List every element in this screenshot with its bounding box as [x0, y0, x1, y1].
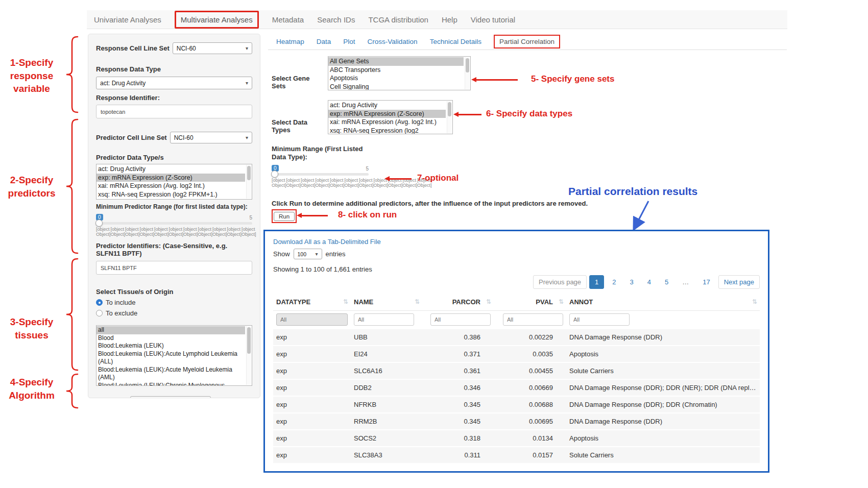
- listbox-option[interactable]: All Gene Sets: [328, 57, 464, 66]
- run-button[interactable]: Run: [274, 212, 295, 221]
- nav-item[interactable]: TCGA distribution: [368, 15, 428, 24]
- listbox-option[interactable]: act: Drug Activity: [328, 101, 446, 110]
- subtab-item[interactable]: Partial Correlation: [494, 35, 560, 48]
- col-header-name[interactable]: NAME⇅: [351, 293, 422, 311]
- pagination-item[interactable]: 17: [697, 275, 715, 289]
- table-row[interactable]: exp SOCS2 0.318 0.0134 Apoptosis: [273, 430, 760, 447]
- slider-tick-label: [object Object]: [198, 227, 213, 237]
- listbox-option[interactable]: xai: mRNA Expression (Avg. log2 Int.): [328, 118, 446, 127]
- slider-handle[interactable]: [95, 219, 103, 227]
- listbox-option[interactable]: xai: mRNA Expression (Avg. log2 Int.): [97, 182, 245, 190]
- table-row[interactable]: exp RRM2B 0.345 0.00695 DNA Damage Respo…: [273, 413, 760, 430]
- pagination-item[interactable]: Previous page: [533, 275, 587, 289]
- listbox-option[interactable]: xsq: RNA-seq Expression (log2 FPKM+1.): [97, 190, 245, 199]
- subtab-item[interactable]: Data: [317, 38, 331, 45]
- listbox-option[interactable]: Blood:Leukemia (LEUK):Acute Myeloid Leuk…: [97, 366, 245, 382]
- cell-parcor: 0.345: [422, 413, 494, 430]
- pagination-item[interactable]: …: [677, 275, 694, 289]
- min-predictor-range-slider[interactable]: 0 5 [object Object][object Object][objec…: [96, 213, 252, 237]
- pagination-item[interactable]: 2: [607, 275, 621, 289]
- filter-input-parcor[interactable]: [430, 313, 491, 326]
- scrollbar[interactable]: [246, 326, 251, 385]
- scrollbar-thumb[interactable]: [466, 58, 469, 72]
- scrollbar-thumb[interactable]: [448, 102, 451, 116]
- subtab-item[interactable]: Cross-Validation: [368, 38, 418, 45]
- slider-tick-label: [object Object]: [345, 178, 359, 188]
- listbox-option[interactable]: ABC Transporters: [328, 66, 464, 75]
- scrollbar[interactable]: [447, 101, 452, 133]
- tissue-radio[interactable]: To exclude: [96, 309, 252, 317]
- listbox-option[interactable]: exp: mRNA Expression (Z-Score): [97, 174, 245, 182]
- listbox-option[interactable]: Blood:Leukemia (LEUK):Chronic Myelogenou…: [97, 382, 245, 386]
- table-row[interactable]: exp EI24 0.371 0.0035 Apoptosis: [273, 346, 760, 362]
- nav-item[interactable]: Metadata: [272, 15, 304, 24]
- pagination-item[interactable]: 1: [589, 275, 604, 289]
- table-row[interactable]: exp SLC38A3 0.311 0.0157 Solute Carriers: [273, 447, 760, 463]
- predictor-cell-line-set-select[interactable]: NCI-60 ▾: [170, 132, 252, 143]
- sort-icon[interactable]: ⇅: [486, 298, 491, 305]
- listbox-option[interactable]: Apoptosis: [328, 74, 464, 83]
- sort-icon[interactable]: ⇅: [752, 298, 757, 305]
- pagination-item[interactable]: 4: [642, 275, 657, 289]
- sort-icon[interactable]: ⇅: [343, 298, 348, 305]
- sort-icon[interactable]: ⇅: [415, 298, 420, 305]
- predictor-data-types-listbox[interactable]: act: Drug Activity exp: mRNA Expression …: [96, 164, 252, 200]
- scrollbar[interactable]: [246, 165, 251, 199]
- table-row[interactable]: exp UBB 0.386 0.00229 DNA Damage Respons…: [273, 329, 760, 346]
- pagination-item[interactable]: 5: [659, 275, 674, 289]
- nav-item[interactable]: Help: [442, 15, 457, 24]
- gene-sets-listbox[interactable]: All Gene Sets ABC Transporters Apoptosis…: [328, 56, 471, 90]
- listbox-option[interactable]: Blood: [97, 334, 245, 343]
- response-data-type-select[interactable]: act: Drug Activity ▾: [96, 77, 252, 89]
- slider-tick-label: [object Object]: [154, 227, 169, 237]
- data-types-listbox[interactable]: act: Drug Activity exp: mRNA Expression …: [328, 100, 453, 134]
- nav-item[interactable]: Video tutorial: [471, 15, 515, 24]
- listbox-option[interactable]: Blood:Leukemia (LEUK): [97, 342, 245, 350]
- slider-handle[interactable]: [271, 170, 278, 178]
- subtab-item[interactable]: Heatmap: [276, 38, 304, 45]
- table-row[interactable]: exp SLC6A16 0.361 0.00455 Solute Carrier…: [273, 362, 760, 379]
- listbox-option[interactable]: Blood:Leukemia (LEUK):Acute Lymphoid Leu…: [97, 350, 245, 366]
- listbox-option[interactable]: xsq: RNA-seq Expression (log2 FPKM+1.): [328, 127, 446, 135]
- algorithm-select[interactable]: Linear Regression ▾: [130, 396, 211, 398]
- subtab-item[interactable]: Technical Details: [430, 38, 481, 45]
- gene-sets-label: Select Gene Sets: [272, 75, 325, 90]
- table-row[interactable]: exp NFRKB 0.345 0.00688 DNA Damage Respo…: [273, 396, 760, 413]
- cell-parcor: 0.311: [422, 447, 494, 463]
- filter-input-name[interactable]: [354, 313, 414, 326]
- subtab-item[interactable]: Plot: [343, 38, 355, 45]
- predictor-identifiers-input[interactable]: [96, 261, 252, 275]
- col-header-parcor[interactable]: PARCOR⇅: [422, 293, 494, 311]
- scrollbar[interactable]: [465, 57, 470, 89]
- nav-item[interactable]: Search IDs: [317, 15, 355, 24]
- listbox-option[interactable]: Cell Signaling: [328, 83, 464, 91]
- nav-item[interactable]: Multivariate Analyses: [175, 11, 259, 29]
- response-identifier-input[interactable]: [96, 105, 252, 118]
- show-entries-select[interactable]: 100 ▾: [294, 249, 322, 259]
- col-header-pval[interactable]: PVAL⇅: [494, 293, 566, 311]
- scrollbar-thumb[interactable]: [247, 166, 251, 180]
- filter-input-annot[interactable]: [569, 313, 630, 326]
- filter-input-pval[interactable]: [503, 313, 563, 326]
- col-header-annot[interactable]: ANNOT⇅: [566, 293, 760, 311]
- download-link[interactable]: Download All as a Tab-Delimited File: [273, 238, 760, 246]
- listbox-option[interactable]: exp: mRNA Expression (Z-Score): [328, 110, 446, 118]
- slider-track[interactable]: [272, 173, 369, 176]
- filter-input-datatype[interactable]: [276, 313, 348, 326]
- cell-pval: 0.00669: [494, 379, 566, 396]
- tissue-listbox[interactable]: all Blood Blood:Leukemia (LEUK) Blood:Le…: [96, 325, 252, 386]
- scrollbar-thumb[interactable]: [247, 327, 251, 354]
- slider-track[interactable]: [96, 222, 252, 225]
- col-header-datatype[interactable]: DATATYPE⇅: [273, 293, 351, 311]
- nav-item[interactable]: Univariate Analyses: [94, 15, 161, 24]
- pagination-item[interactable]: Next page: [718, 275, 760, 289]
- min-range-slider[interactable]: 0 5 [object Object][object Object][objec…: [272, 164, 369, 188]
- response-cell-line-set-select[interactable]: NCI-60 ▾: [173, 42, 252, 54]
- pagination-item[interactable]: 3: [624, 275, 639, 289]
- sort-icon[interactable]: ⇅: [559, 298, 564, 305]
- listbox-option[interactable]: act: Drug Activity: [97, 165, 245, 174]
- table-row[interactable]: exp DDB2 0.346 0.00669 DNA Damage Respon…: [273, 379, 760, 396]
- slider-tick-label: [object Object]: [140, 227, 155, 237]
- tissue-radio[interactable]: To include: [96, 299, 252, 306]
- listbox-option[interactable]: all: [97, 326, 245, 334]
